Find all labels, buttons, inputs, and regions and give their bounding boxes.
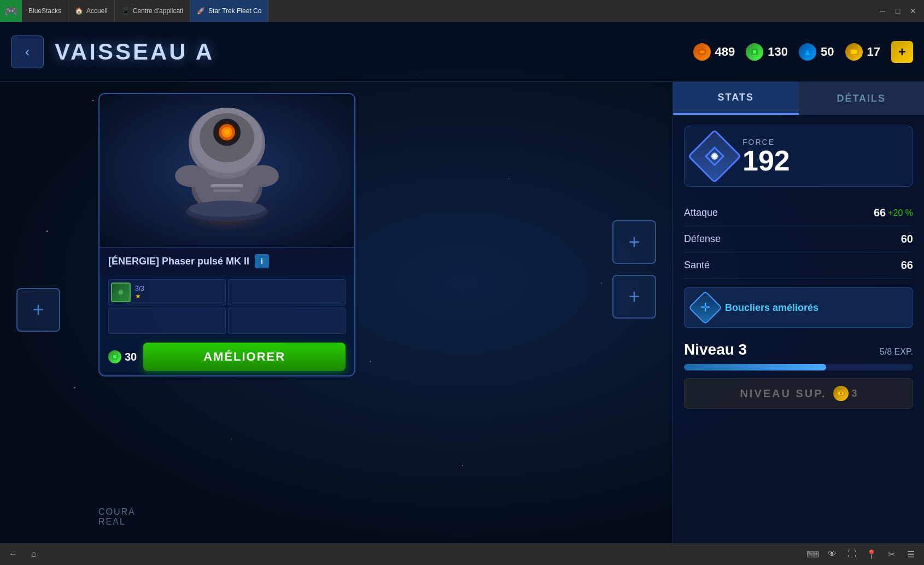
svg-point-22: [246, 165, 279, 187]
svg-point-33: [711, 153, 718, 160]
taskbar-tab-accueil[interactable]: 🏠 Accueil: [68, 0, 115, 22]
header-bar: ‹ VAISSEAU A 489: [0, 22, 924, 82]
left-slot-button[interactable]: +: [16, 288, 60, 332]
back-button[interactable]: ‹: [11, 36, 44, 68]
crystal-icon: [746, 43, 763, 61]
close-icon[interactable]: ✕: [908, 5, 919, 16]
ability-name: Boucliers améliorés: [725, 302, 818, 314]
ship-slot-empty-1[interactable]: [228, 279, 346, 305]
taskbar-tab-icon: 📱: [121, 7, 130, 15]
level-header: Niveau 3 5/8 EXP.: [684, 341, 913, 358]
taskbar-tab-icon: 🚀: [197, 7, 205, 15]
stat-attaque-label: Attaque: [684, 207, 874, 219]
bottom-mission-label: COURA REAL: [98, 507, 136, 527]
gold-cost-icon: [833, 386, 849, 401]
slot-component-icon: [111, 282, 131, 302]
left-slot-area: +: [16, 288, 60, 337]
next-level-cost-value: 3: [852, 388, 857, 399]
svg-rect-24: [213, 190, 241, 192]
next-level-button[interactable]: NIVEAU SUP. 3: [684, 378, 913, 409]
svg-point-1: [699, 50, 705, 54]
keyboard-icon[interactable]: ⌨: [805, 546, 820, 562]
back-nav-icon[interactable]: ←: [5, 546, 21, 562]
bottom-label-line2: REAL: [98, 517, 136, 527]
header-resources: 489 130 50: [693, 41, 913, 63]
tab-stats[interactable]: STATS: [673, 82, 799, 115]
crystal-cost-icon: [108, 350, 121, 363]
maximize-icon[interactable]: □: [892, 5, 903, 16]
level-section: Niveau 3 5/8 EXP. NIVEAU SUP.: [684, 341, 913, 409]
home-nav-icon[interactable]: ⌂: [26, 546, 42, 562]
force-value: 192: [742, 146, 902, 175]
stat-row-attaque: Attaque 66 +20 %: [684, 200, 913, 226]
taskbar-tab-label: Centre d'applicati: [133, 7, 183, 15]
svg-point-21: [175, 165, 208, 187]
stat-sante-value: 66: [901, 259, 913, 272]
menu-icon[interactable]: ☰: [903, 546, 919, 562]
crystal-cost: 30: [108, 350, 137, 363]
force-diamond-icon: [688, 130, 742, 184]
taskbar-tab-label: Accueil: [86, 7, 108, 15]
stats-list: Attaque 66 +20 % Défense 60 Santé 66: [684, 200, 913, 279]
taskbar-tab-startrek[interactable]: 🚀 Star Trek Fleet Co: [190, 0, 268, 22]
right-slot-top-button[interactable]: +: [612, 220, 656, 264]
taskbar-tab-label: Star Trek Fleet Co: [208, 7, 261, 15]
tab-stats-label: STATS: [718, 92, 754, 103]
bottom-left-controls: ← ⌂: [5, 546, 42, 562]
force-section: FORCE 192: [684, 126, 913, 187]
gold-icon: [845, 43, 863, 61]
paracasite-value: 489: [715, 45, 735, 59]
stat-row-sante: Santé 66: [684, 252, 913, 279]
scissors-icon[interactable]: ✂: [884, 546, 899, 562]
resource-blue: 50: [799, 43, 834, 61]
eye-icon[interactable]: 👁: [824, 546, 840, 562]
ship-illustration: [156, 99, 298, 242]
main-content: + + +: [0, 82, 924, 543]
ship-upgrade-row: 30 AMÉLIORER: [100, 338, 354, 375]
svg-rect-3: [753, 50, 756, 54]
tab-details-label: DÉTAILS: [837, 93, 886, 104]
taskbar-tab-label: BlueStacks: [28, 7, 61, 15]
minimize-icon[interactable]: ─: [877, 5, 888, 16]
gold-value: 17: [867, 45, 880, 59]
ship-name: [ÉNERGIE] Phaser pulsé MK II: [108, 256, 249, 267]
taskbar-tab-centre[interactable]: 📱 Centre d'applicati: [115, 0, 190, 22]
ship-slot-filled[interactable]: 3/3 ★: [108, 279, 226, 305]
right-slot-area: + +: [612, 220, 656, 324]
ship-slot-empty-2[interactable]: [108, 308, 226, 334]
ability-icon-symbol: ✛: [700, 301, 710, 315]
level-exp: 5/8 EXP.: [880, 347, 913, 357]
stat-defense-label: Défense: [684, 233, 901, 245]
expand-icon[interactable]: ⛶: [844, 546, 859, 562]
bottom-taskbar: ← ⌂ ⌨ 👁 ⛶ 📍 ✂ ☰: [0, 543, 924, 565]
panel-tabs: STATS DÉTAILS: [673, 82, 924, 115]
crystal-value: 130: [768, 45, 788, 59]
game-view: + + +: [0, 82, 672, 543]
info-button[interactable]: i: [255, 254, 269, 268]
svg-point-26: [189, 201, 265, 217]
resource-paracasite: 489: [693, 43, 735, 61]
taskbar-tab-icon: 🏠: [75, 7, 83, 15]
stat-attaque-bonus: +20 %: [888, 208, 913, 218]
panel-body: FORCE 192 Attaque 66 +20 % Défense 60: [673, 115, 924, 420]
svg-rect-23: [210, 184, 243, 187]
stat-sante-label: Santé: [684, 260, 901, 271]
stat-attaque-value: 66: [874, 207, 886, 219]
force-info: FORCE 192: [742, 138, 902, 175]
location-icon[interactable]: 📍: [864, 546, 879, 562]
ameliorer-button[interactable]: AMÉLIORER: [143, 343, 346, 371]
ship-slot-empty-3[interactable]: [228, 308, 346, 334]
add-resources-button[interactable]: +: [891, 41, 913, 63]
next-level-cost: 3: [833, 386, 857, 401]
taskbar-tab-bluestacks[interactable]: BlueStacks: [22, 0, 68, 22]
taskbar-right-controls: ─ □ ✕: [872, 5, 924, 16]
resource-crystal: 130: [746, 43, 788, 61]
slot-stars: ★: [135, 292, 144, 300]
exp-fill: [684, 364, 826, 370]
svg-point-20: [224, 130, 230, 135]
taskbar-tabs: BlueStacks 🏠 Accueil 📱 Centre d'applicat…: [22, 0, 872, 22]
right-slot-bottom-button[interactable]: +: [612, 275, 656, 319]
tab-details[interactable]: DÉTAILS: [799, 82, 925, 115]
svg-rect-30: [113, 355, 116, 358]
stat-defense-value: 60: [901, 233, 913, 245]
